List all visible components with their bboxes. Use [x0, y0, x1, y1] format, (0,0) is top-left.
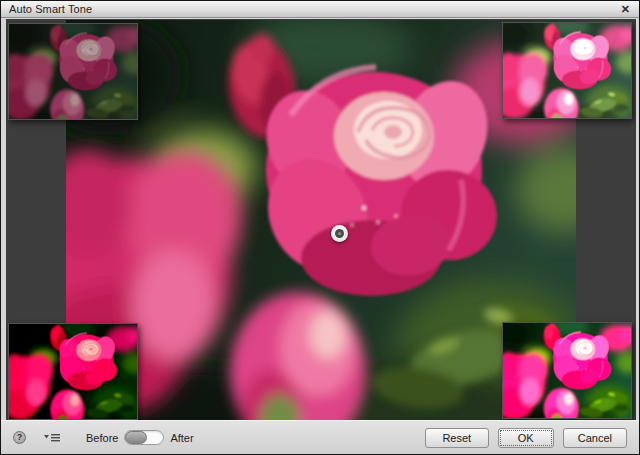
rose-photo-art — [66, 20, 576, 422]
joystick-ring — [335, 229, 344, 238]
window-titlebar[interactable]: Auto Smart Tone ✕ — [1, 1, 639, 18]
joystick-handle[interactable] — [331, 225, 348, 242]
dialog-footer: ? Before After Reset OK Cancel — [1, 420, 639, 454]
help-icon[interactable]: ? — [13, 431, 26, 444]
after-label: After — [170, 432, 193, 444]
close-icon[interactable]: ✕ — [619, 2, 632, 17]
thumbnail-top-right-art — [503, 23, 631, 118]
reset-button[interactable]: Reset — [425, 428, 489, 448]
toggle-knob[interactable] — [125, 431, 147, 444]
before-after-toggle[interactable] — [124, 430, 164, 445]
ok-button[interactable]: OK — [498, 428, 554, 448]
preview-area — [6, 19, 636, 422]
flyout-menu-icon[interactable] — [44, 432, 60, 443]
auto-smart-tone-dialog: Auto Smart Tone ✕ ? — [0, 0, 640, 455]
thumbnail-top-left[interactable] — [8, 23, 138, 120]
cancel-button[interactable]: Cancel — [563, 428, 627, 448]
thumbnail-bottom-left-art — [9, 324, 137, 419]
thumbnail-bottom-left[interactable] — [8, 323, 138, 420]
thumbnail-bottom-right-art — [503, 323, 631, 418]
dialog-title: Auto Smart Tone — [1, 3, 92, 15]
joystick-center — [338, 232, 341, 235]
main-preview-image[interactable] — [66, 20, 576, 422]
thumbnail-bottom-right[interactable] — [502, 322, 632, 419]
thumbnail-top-right[interactable] — [502, 22, 632, 119]
before-label: Before — [86, 432, 118, 444]
thumbnail-top-left-art — [9, 24, 137, 119]
